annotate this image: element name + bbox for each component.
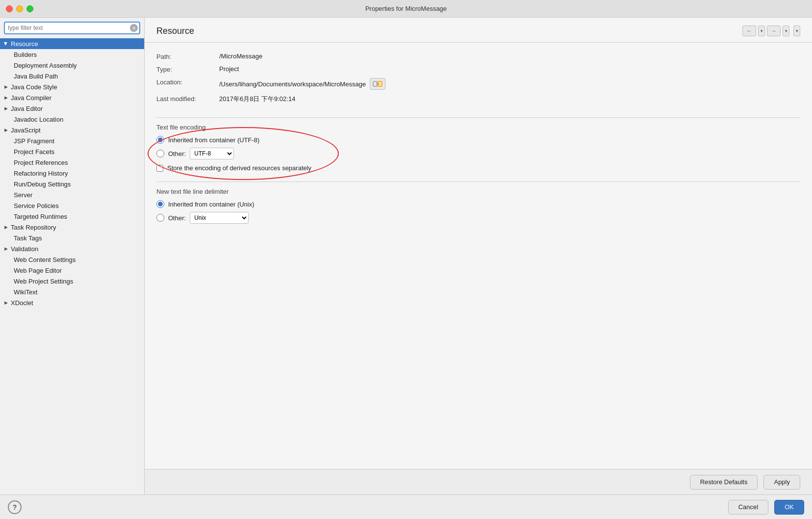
encoding-inherited-option: Inherited from container (UTF-8) <box>156 136 800 144</box>
sidebar-item-label-deployment-assembly: Deployment Assembly <box>14 62 77 69</box>
sidebar-item-web-page-editor[interactable]: Web Page Editor <box>0 265 144 276</box>
sidebar-item-label-web-content-settings: Web Content Settings <box>14 256 76 263</box>
properties-grid: Path: /MicroMessage Type: Project Locati… <box>145 43 812 113</box>
sidebar-item-label-xdoclet: XDoclet <box>11 299 33 307</box>
sidebar-item-label-javadoc-location: Javadoc Location <box>14 116 63 123</box>
bottom-bar: Restore Defaults Apply <box>145 469 812 494</box>
last-modified-label: Last modified: <box>156 95 215 103</box>
nav-back-button[interactable]: ← <box>742 26 756 36</box>
spacer <box>145 230 812 469</box>
sidebar-item-label-targeted-runtimes: Targeted Runtimes <box>14 213 67 220</box>
sidebar-item-jsp-fragment[interactable]: JSP Fragment <box>0 135 144 146</box>
cancel-button[interactable]: Cancel <box>728 500 768 515</box>
sidebar-item-javadoc-location[interactable]: Javadoc Location <box>0 114 144 125</box>
sidebar-item-xdoclet[interactable]: ▶ XDoclet <box>0 297 144 308</box>
sidebar-item-server[interactable]: Server <box>0 189 144 200</box>
sidebar-item-web-project-settings[interactable]: Web Project Settings <box>0 276 144 286</box>
arrow-icon-java-code-style: ▶ <box>2 83 10 91</box>
sidebar-item-label-project-facets: Project Facets <box>14 148 54 156</box>
encoding-inherited-radio[interactable] <box>156 136 164 144</box>
last-modified-value: 2017年6月8日 下午9:02:14 <box>219 95 800 104</box>
delimiter-other-radio[interactable] <box>156 214 164 222</box>
sidebar-item-label-validation: Validation <box>11 245 38 253</box>
sidebar-item-java-editor[interactable]: ▶ Java Editor <box>0 103 144 114</box>
arrow-icon-java-editor: ▶ <box>2 104 10 112</box>
sidebar-item-wikitext[interactable]: WikiText <box>0 286 144 297</box>
sidebar-item-resource[interactable]: ▶ Resource <box>0 38 144 49</box>
delimiter-select[interactable]: Unix Windows Mac <box>190 212 249 224</box>
sidebar-item-label-wikitext: WikiText <box>14 288 37 296</box>
delimiter-inherited-radio[interactable] <box>156 200 164 208</box>
encoding-select[interactable]: UTF-8 UTF-16 ISO-8859-1 <box>190 148 234 159</box>
sidebar-item-javascript[interactable]: ▶ JavaScript <box>0 125 144 135</box>
ok-button[interactable]: OK <box>774 500 804 515</box>
encoding-other-label: Other: <box>168 150 186 157</box>
delimiter-inherited-option: Inherited from container (Unix) <box>156 200 800 208</box>
sidebar-item-label-web-page-editor: Web Page Editor <box>14 267 62 274</box>
sidebar-item-task-repository[interactable]: ▶ Task Repository <box>0 222 144 233</box>
content-title: Resource <box>156 26 194 36</box>
search-input[interactable] <box>4 22 140 34</box>
delimiter-other-option: Other: Unix Windows Mac <box>156 212 800 224</box>
sidebar-item-task-tags[interactable]: Task Tags <box>0 233 144 243</box>
restore-defaults-button[interactable]: Restore Defaults <box>690 475 758 490</box>
path-value: /MicroMessage <box>219 52 800 60</box>
sidebar-item-label-builders: Builders <box>14 51 37 58</box>
path-label: Path: <box>156 52 215 60</box>
location-icon-button[interactable] <box>370 78 385 90</box>
delimiter-other-label: Other: <box>168 214 186 222</box>
sidebar-item-label-project-references: Project References <box>14 159 68 166</box>
store-encoding-checkbox[interactable] <box>156 165 163 172</box>
titlebar: Properties for MicroMessage <box>0 0 812 18</box>
sidebar-item-project-references[interactable]: Project References <box>0 157 144 168</box>
link-icon <box>373 79 382 88</box>
minimize-button[interactable] <box>16 5 23 12</box>
close-button[interactable] <box>6 5 13 12</box>
sidebar-item-java-build-path[interactable]: Java Build Path <box>0 71 144 81</box>
traffic-lights <box>6 5 33 12</box>
footer-bar: ? Cancel OK <box>0 494 812 519</box>
text-encoding-radio-group: Inherited from container (UTF-8) Other: … <box>156 136 800 159</box>
forward-icon: → <box>771 28 777 34</box>
sidebar-item-refactoring-history[interactable]: Refactoring History <box>0 168 144 179</box>
sidebar-item-label-task-tags: Task Tags <box>14 234 42 242</box>
sidebar-item-service-policies[interactable]: Service Policies <box>0 200 144 211</box>
content-panel: Resource ← ▾ → ▾ ▾ Path: <box>145 18 812 494</box>
main-container: ✕ ▶ Resource Builders Deployment Assembl… <box>0 18 812 494</box>
sidebar-item-label-run-debug-settings: Run/Debug Settings <box>14 181 71 188</box>
line-delimiter-section: New text file line delimiter Inherited f… <box>145 182 812 230</box>
sidebar-item-label-refactoring-history: Refactoring History <box>14 170 68 177</box>
menu-dropdown-icon: ▾ <box>796 28 798 33</box>
nav-back-dropdown[interactable]: ▾ <box>758 26 765 36</box>
help-button[interactable]: ? <box>8 500 22 514</box>
search-clear-button[interactable]: ✕ <box>130 24 138 32</box>
sidebar-item-java-compiler[interactable]: ▶ Java Compiler <box>0 92 144 103</box>
nav-menu-dropdown[interactable]: ▾ <box>793 26 800 36</box>
sidebar-item-label-java-editor: Java Editor <box>11 105 43 112</box>
sidebar-list: ▶ Resource Builders Deployment Assembly … <box>0 37 144 494</box>
sidebar-item-project-facets[interactable]: Project Facets <box>0 146 144 157</box>
sidebar-item-label-task-repository: Task Repository <box>11 224 56 231</box>
encoding-other-radio[interactable] <box>156 150 164 157</box>
arrow-icon-resource: ▶ <box>2 40 10 48</box>
clear-icon: ✕ <box>132 26 136 31</box>
nav-buttons: ← ▾ → ▾ ▾ <box>742 26 800 36</box>
line-delimiter-radio-group: Inherited from container (Unix) Other: U… <box>156 200 800 224</box>
sidebar-item-label-java-build-path: Java Build Path <box>14 73 58 80</box>
nav-forward-button[interactable]: → <box>767 26 781 36</box>
sidebar-item-label-javascript: JavaScript <box>11 127 41 134</box>
search-box-wrapper: ✕ <box>4 22 140 34</box>
apply-button[interactable]: Apply <box>763 475 800 490</box>
sidebar-item-web-content-settings[interactable]: Web Content Settings <box>0 254 144 265</box>
sidebar-item-java-code-style[interactable]: ▶ Java Code Style <box>0 81 144 92</box>
sidebar-item-deployment-assembly[interactable]: Deployment Assembly <box>0 60 144 71</box>
arrow-icon-javascript: ▶ <box>2 126 10 134</box>
maximize-button[interactable] <box>26 5 33 12</box>
arrow-icon-task-repository: ▶ <box>2 223 10 231</box>
nav-forward-dropdown[interactable]: ▾ <box>783 26 789 36</box>
location-value: /Users/lihang/Documents/workspace/MicroM… <box>219 80 366 88</box>
sidebar-item-builders[interactable]: Builders <box>0 49 144 60</box>
sidebar-item-targeted-runtimes[interactable]: Targeted Runtimes <box>0 211 144 222</box>
sidebar-item-run-debug-settings[interactable]: Run/Debug Settings <box>0 179 144 189</box>
sidebar-item-validation[interactable]: ▶ Validation <box>0 243 144 254</box>
